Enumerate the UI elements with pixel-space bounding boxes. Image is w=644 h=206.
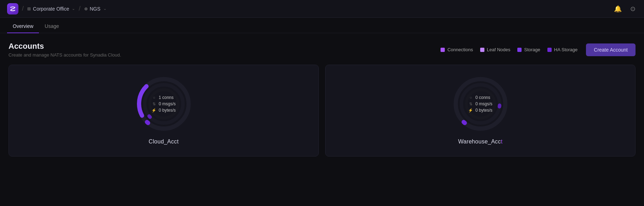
accounts-header-right: Connections Leaf Nodes Storage HA Storag… <box>441 43 636 56</box>
gauge-warehouse: ○ 0 conns ⇅ 0 msgs/s ⚡ 0 bytes/s <box>452 76 509 132</box>
nav-left: / ⊞ Corporate Office ⌄ / ⊕ NGS ⌄ <box>7 3 107 14</box>
legend-dot-storage <box>517 48 522 52</box>
msgs-icon-warehouse: ⇅ <box>468 102 473 106</box>
account-card-warehouse[interactable]: ○ 0 conns ⇅ 0 msgs/s ⚡ 0 bytes/s Warehou… <box>325 65 636 157</box>
stat-msgs-cloud: ⇅ 0 msgs/s <box>151 101 176 106</box>
bell-button[interactable]: 🔔 <box>613 4 623 14</box>
legend-ha-storage: HA Storage <box>547 47 578 52</box>
msgs-icon-cloud: ⇅ <box>151 102 156 106</box>
app-logo[interactable] <box>7 3 18 14</box>
legend-label-leaf-nodes: Leaf Nodes <box>487 47 511 52</box>
org-chevron: ⌄ <box>72 6 75 11</box>
accounts-grid: ○ 1 conns ⇅ 0 msgs/s ⚡ 0 bytes/s Cloud_A… <box>8 65 636 157</box>
tabs-bar: Overview Usage <box>0 18 644 33</box>
breadcrumb-ns[interactable]: ⊕ NGS ⌄ <box>84 6 107 12</box>
ns-chevron: ⌄ <box>103 6 107 11</box>
stat-bytes-cloud: ⚡ 0 bytes/s <box>151 108 176 113</box>
gauge-center-cloud: ○ 1 conns ⇅ 0 msgs/s ⚡ 0 bytes/s <box>151 95 176 113</box>
conns-icon-warehouse: ○ <box>468 95 473 100</box>
accounts-subtitle: Create and manage NATS accounts for Syna… <box>8 52 121 58</box>
tab-usage[interactable]: Usage <box>39 20 64 33</box>
account-name-warehouse: Warehouse_Acct <box>458 139 502 145</box>
bytes-icon-cloud: ⚡ <box>151 108 156 113</box>
conns-icon: ○ <box>151 95 156 100</box>
stat-bytes-warehouse: ⚡ 0 bytes/s <box>468 108 492 113</box>
ns-icon: ⊕ <box>84 6 88 11</box>
create-account-button[interactable]: Create Account <box>586 43 636 56</box>
gauge-cloud: ○ 1 conns ⇅ 0 msgs/s ⚡ 0 bytes/s <box>136 76 192 132</box>
main-content: Accounts Create and manage NATS accounts… <box>0 33 644 165</box>
legend-label-storage: Storage <box>524 47 540 52</box>
stat-msgs-warehouse: ⇅ 0 msgs/s <box>468 101 492 106</box>
accounts-header: Accounts Create and manage NATS accounts… <box>8 42 636 58</box>
breadcrumb-sep-1: / <box>22 5 24 12</box>
bytes-value-cloud: 0 bytes/s <box>159 108 176 113</box>
top-nav: / ⊞ Corporate Office ⌄ / ⊕ NGS ⌄ 🔔 ⊙ <box>0 0 644 18</box>
warehouse-name-text: Warehouse_Acc <box>458 139 501 145</box>
msgs-value-cloud: 0 msgs/s <box>159 101 176 106</box>
breadcrumb-sep-2: / <box>79 5 80 12</box>
account-card-cloud[interactable]: ○ 1 conns ⇅ 0 msgs/s ⚡ 0 bytes/s Cloud_A… <box>8 65 319 157</box>
legend-dot-connections <box>441 48 445 52</box>
org-icon: ⊞ <box>27 6 31 11</box>
bytes-value-warehouse: 0 bytes/s <box>475 108 492 113</box>
tab-overview[interactable]: Overview <box>7 20 39 33</box>
org-label: Corporate Office <box>33 6 69 12</box>
breadcrumb-org[interactable]: ⊞ Corporate Office ⌄ <box>27 6 75 12</box>
ns-label: NGS <box>90 6 100 12</box>
bytes-icon-warehouse: ⚡ <box>468 108 473 113</box>
stat-conns-warehouse: ○ 0 conns <box>468 95 492 100</box>
stat-conns-cloud: ○ 1 conns <box>151 95 176 100</box>
legend-dot-ha-storage <box>547 48 552 52</box>
legend-leaf-nodes: Leaf Nodes <box>480 47 511 52</box>
legend: Connections Leaf Nodes Storage HA Storag… <box>441 47 577 52</box>
account-name-cloud: Cloud_Acct <box>149 139 179 145</box>
legend-connections: Connections <box>441 47 473 52</box>
accounts-title: Accounts <box>8 42 121 51</box>
legend-dot-leaf-nodes <box>480 48 484 52</box>
legend-storage: Storage <box>517 47 540 52</box>
nav-right: 🔔 ⊙ <box>613 4 637 14</box>
gauge-center-warehouse: ○ 0 conns ⇅ 0 msgs/s ⚡ 0 bytes/s <box>468 95 492 113</box>
msgs-value-warehouse: 0 msgs/s <box>475 101 492 106</box>
legend-label-ha-storage: HA Storage <box>554 47 578 52</box>
conns-value-warehouse: 0 conns <box>475 95 490 100</box>
conns-value-cloud: 1 conns <box>159 95 173 100</box>
user-button[interactable]: ⊙ <box>629 4 637 14</box>
accounts-title-block: Accounts Create and manage NATS accounts… <box>8 42 121 58</box>
warehouse-name-highlight: t <box>501 139 502 145</box>
legend-label-connections: Connections <box>447 47 473 52</box>
